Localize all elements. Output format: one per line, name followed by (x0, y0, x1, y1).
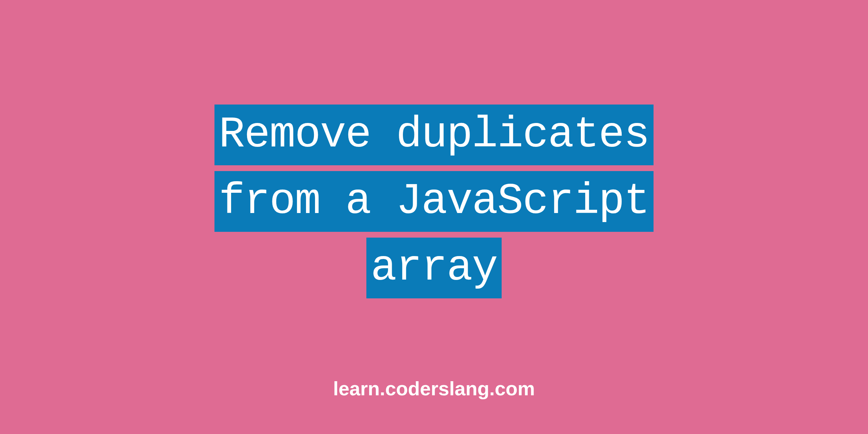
title-line-2: from a JavaScript (214, 171, 654, 232)
title-line-3: array (366, 238, 502, 298)
title-block: Remove duplicates from a JavaScript arra… (214, 105, 654, 304)
footer-url: learn.coderslang.com (333, 377, 535, 400)
title-line-1: Remove duplicates (214, 105, 654, 165)
